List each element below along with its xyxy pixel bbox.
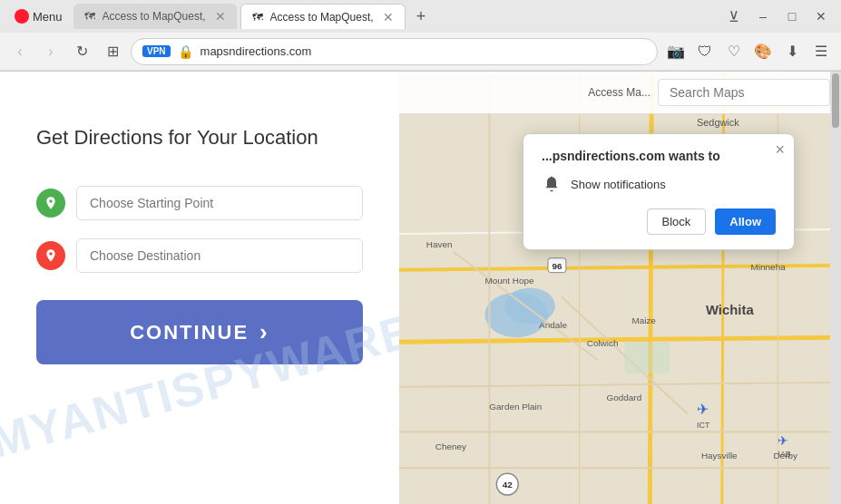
tab2-favicon: 🗺: [252, 11, 265, 24]
heart-icon[interactable]: ♡: [721, 39, 747, 64]
notification-popup: × ...psndirections.com wants to Show not…: [523, 133, 795, 250]
tab2-close[interactable]: ✕: [383, 10, 394, 24]
svg-text:Colwich: Colwich: [587, 338, 619, 348]
svg-text:✈: ✈: [697, 402, 709, 417]
map-topbar: Access Ma...: [399, 72, 841, 114]
tab-active[interactable]: 🗺 Access to MapQuest, ✕: [240, 4, 406, 29]
url-text: mapsndirections.com: [200, 44, 646, 58]
address-bar: ‹ › ↻ ⊞ VPN 🔒 mapsndirections.com 📷 🛡 ♡ …: [0, 33, 841, 71]
dest-pin-icon: [36, 241, 65, 270]
toolbar-icons: 📷 🛡 ♡ 🎨 ⬇ ☰: [663, 39, 834, 64]
block-button[interactable]: Block: [647, 208, 707, 235]
download-icon[interactable]: ⬇: [779, 39, 805, 64]
svg-text:Minneha: Minneha: [751, 262, 787, 272]
svg-text:Wichita: Wichita: [706, 303, 755, 317]
tab2-title: Access to MapQuest,: [270, 11, 374, 24]
shield-icon[interactable]: 🛡: [692, 39, 718, 64]
svg-text:Haysville: Haysville: [701, 451, 738, 460]
tab-grid-button[interactable]: ⊞: [100, 39, 125, 64]
continue-label: CONTINUE: [130, 321, 249, 344]
browser-chrome: 🗺 Menu 🗺 Access to MapQuest, ✕ 🗺 Access …: [0, 0, 841, 72]
vpn-badge: VPN: [142, 45, 171, 57]
notification-text: Show notifications: [571, 178, 666, 191]
minimize-button[interactable]: –: [750, 5, 776, 27]
svg-text:Haven: Haven: [426, 239, 453, 249]
svg-text:IAB: IAB: [777, 450, 790, 459]
notification-icon: [542, 174, 562, 194]
back-button[interactable]: ‹: [7, 39, 33, 64]
close-button[interactable]: ✕: [808, 5, 834, 27]
notification-row: Show notifications: [542, 174, 776, 194]
downloads-icon[interactable]: ⊻: [721, 5, 747, 27]
continue-button[interactable]: CONTINUE ›: [36, 300, 363, 364]
svg-text:Cheney: Cheney: [435, 441, 466, 451]
svg-text:ICT: ICT: [697, 421, 710, 430]
main-content: Get Directions for Your Location: [0, 72, 841, 504]
menu-button[interactable]: 🗺 Menu: [7, 5, 70, 27]
camera-icon[interactable]: 📷: [663, 39, 689, 64]
tab-bar: 🗺 Menu 🗺 Access to MapQuest, ✕ 🗺 Access …: [0, 0, 841, 33]
popup-buttons: Block Allow: [542, 208, 776, 235]
tab-inactive[interactable]: 🗺 Access to MapQuest, ✕: [73, 4, 237, 29]
scrollbar-thumb[interactable]: [832, 73, 839, 128]
maximize-button[interactable]: □: [779, 5, 805, 27]
svg-text:42: 42: [503, 480, 513, 489]
svg-text:Sedgwick: Sedgwick: [697, 117, 739, 128]
address-field[interactable]: VPN 🔒 mapsndirections.com: [131, 38, 658, 65]
svg-text:Garden Plain: Garden Plain: [489, 402, 542, 412]
destination-field: [36, 238, 363, 273]
starting-point-input[interactable]: [76, 186, 363, 220]
continue-arrow: ›: [259, 318, 269, 346]
tab1-title: Access to MapQuest,: [103, 10, 206, 23]
map-scrollbar[interactable]: [830, 72, 841, 504]
svg-text:✈: ✈: [777, 433, 788, 448]
svg-rect-43: [624, 342, 670, 373]
svg-text:Andale: Andale: [539, 320, 567, 330]
svg-text:Goddard: Goddard: [607, 393, 642, 402]
destination-input[interactable]: [76, 238, 363, 273]
settings-icon[interactable]: ☰: [808, 39, 834, 64]
tab1-close[interactable]: ✕: [215, 9, 226, 24]
svg-point-2: [504, 288, 555, 325]
left-panel: Get Directions for Your Location: [0, 72, 399, 504]
popup-close-button[interactable]: ×: [775, 141, 785, 158]
svg-text:Maize: Maize: [631, 315, 656, 325]
svg-text:96: 96: [552, 261, 562, 271]
forward-button[interactable]: ›: [38, 39, 64, 64]
lock-icon: 🔒: [178, 44, 193, 59]
starting-point-field: [36, 186, 363, 220]
opera-icon: [15, 9, 29, 24]
page-content: Get Directions for Your Location: [0, 72, 399, 401]
start-pin-icon: [36, 189, 65, 218]
map-access-text: Access Ma...: [588, 86, 650, 99]
tab1-favicon: 🗺: [84, 10, 97, 23]
theme-icon[interactable]: 🎨: [750, 39, 776, 64]
allow-button[interactable]: Allow: [715, 208, 776, 235]
new-tab-button[interactable]: +: [409, 4, 434, 30]
map-area: Access Ma...: [399, 72, 841, 504]
refresh-button[interactable]: ↻: [69, 39, 94, 64]
window-controls: ⊻ – □ ✕: [721, 5, 834, 27]
search-maps-input[interactable]: [658, 79, 830, 106]
popup-title: ...psndirections.com wants to: [542, 149, 776, 163]
menu-text: Menu: [33, 10, 63, 24]
page-title: Get Directions for Your Location: [36, 126, 363, 150]
svg-text:Mount Hope: Mount Hope: [484, 276, 534, 286]
